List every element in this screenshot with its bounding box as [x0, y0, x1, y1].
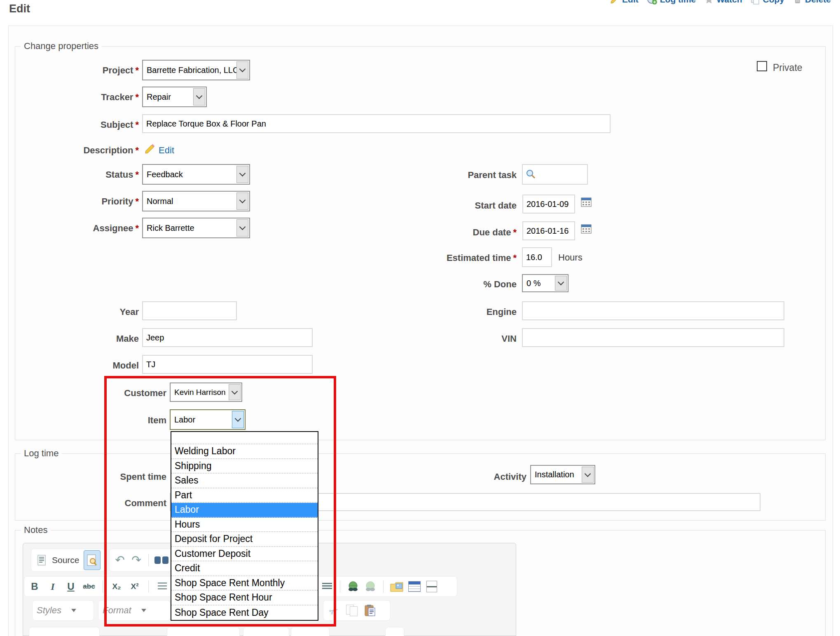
dropdown-option[interactable]: Deposit for Project [171, 532, 318, 547]
estimated-time-input[interactable] [522, 247, 552, 267]
dropdown-option[interactable]: Shop Space Rent Hour [171, 591, 318, 605]
strikethrough-button[interactable]: abc [83, 578, 95, 595]
watch-action-label: Watch [716, 0, 742, 5]
tracker-select[interactable]: Repair [142, 87, 207, 107]
delete-action[interactable]: Delete [793, 0, 831, 5]
change-properties-legend: Change properties [21, 41, 102, 52]
chevron-down-icon[interactable] [236, 166, 248, 183]
caret-down-icon [71, 609, 76, 612]
customer-select[interactable]: Kevin Harrison [170, 383, 242, 402]
copy-doc-icon[interactable] [346, 602, 358, 619]
chevron-down-icon[interactable] [232, 411, 244, 428]
vin-input[interactable] [522, 328, 784, 347]
description-edit-link[interactable]: Edit [159, 145, 174, 156]
dropdown-option[interactable]: Shipping [171, 459, 318, 474]
delete-action-label: Delete [805, 0, 831, 5]
make-input[interactable] [142, 328, 313, 347]
copy-action[interactable]: Copy [750, 0, 784, 5]
format-dropdown[interactable]: Format [98, 600, 171, 621]
dropdown-option[interactable]: Hours [171, 518, 318, 533]
justify-icon[interactable] [321, 578, 333, 595]
dropdown-option[interactable]: Shop Space Rent Monthly [171, 576, 318, 591]
image-icon[interactable] [390, 578, 403, 595]
spent-time-label: Spent time [43, 472, 166, 482]
numbered-list-icon[interactable] [156, 578, 168, 595]
chevron-down-icon[interactable] [582, 467, 594, 483]
editor-group-source: Source [31, 549, 105, 572]
project-select[interactable]: Barrette Fabrication, LLC [142, 60, 250, 80]
dropdown-option[interactable]: Sales [171, 474, 318, 488]
redo-icon[interactable]: ↷ [130, 552, 143, 568]
notes-legend: Notes [21, 525, 51, 535]
parent-task-label: Parent task [393, 170, 517, 181]
log-time-action[interactable]: Log time [647, 0, 696, 5]
private-checkbox[interactable] [757, 61, 767, 71]
dropdown-option[interactable]: Customer Deposit [171, 547, 318, 562]
required-marker: * [135, 223, 139, 233]
required-marker: * [135, 145, 139, 155]
required-marker: * [513, 227, 517, 237]
required-marker: * [513, 253, 517, 263]
format-dropdown-label: Format [103, 605, 131, 616]
subscript-button[interactable]: X₂ [110, 578, 123, 595]
dropdown-option[interactable]: Shop Space Rent Day [171, 605, 318, 620]
subject-input[interactable] [142, 114, 611, 133]
find-icon[interactable] [154, 552, 168, 568]
dropdown-option[interactable] [171, 432, 318, 444]
calendar-icon[interactable] [581, 224, 592, 234]
cut-icon[interactable]: ✂ [324, 600, 344, 621]
due-date-input[interactable] [522, 221, 575, 240]
preview-icon [87, 554, 97, 566]
vin-label: VIN [393, 333, 517, 344]
dropdown-option-selected[interactable]: Labor [171, 503, 318, 518]
toolbar-row4-group [385, 627, 404, 636]
bold-button[interactable]: B [28, 578, 41, 595]
start-date-input[interactable] [522, 195, 575, 214]
model-input[interactable] [142, 355, 313, 374]
caret-down-icon [141, 609, 146, 612]
description-label: Description* [15, 145, 139, 156]
assignee-select[interactable]: Rick Barrette [142, 218, 250, 238]
underline-button[interactable]: U [65, 578, 77, 595]
styles-dropdown[interactable]: Styles [32, 600, 94, 621]
dropdown-option[interactable]: Part [171, 488, 318, 503]
chevron-down-icon[interactable] [229, 384, 241, 400]
italic-button[interactable]: I [47, 578, 59, 595]
done-ratio-select[interactable]: 0 % [522, 274, 569, 292]
engine-input[interactable] [522, 301, 784, 320]
priority-select[interactable]: Normal [142, 191, 250, 211]
engine-label: Engine [393, 307, 517, 317]
tracker-label: Tracker* [15, 92, 139, 103]
edit-action[interactable]: Edit [610, 0, 639, 5]
dropdown-option[interactable]: Credit [171, 561, 318, 576]
styles-dropdown-label: Styles [37, 605, 61, 616]
status-select[interactable]: Feedback [142, 164, 250, 185]
year-input[interactable] [142, 301, 237, 320]
preview-button[interactable] [84, 550, 101, 570]
required-marker: * [135, 120, 139, 130]
calendar-icon[interactable] [581, 197, 592, 207]
chevron-down-icon[interactable] [236, 192, 248, 210]
star-icon [704, 0, 714, 5]
chevron-down-icon[interactable] [236, 219, 248, 237]
horizontal-rule-icon[interactable] [426, 578, 438, 595]
chevron-down-icon[interactable] [555, 276, 567, 291]
parent-task-input[interactable] [522, 164, 588, 185]
watch-action[interactable]: Watch [704, 0, 742, 5]
activity-select[interactable]: Installation [530, 465, 595, 484]
item-select[interactable]: Labor [170, 409, 246, 430]
paste-icon[interactable] [364, 602, 376, 619]
superscript-button[interactable]: X² [129, 578, 141, 595]
dropdown-option[interactable]: Welding Labor [171, 444, 318, 459]
unlink-icon[interactable] [364, 578, 377, 595]
table-icon[interactable] [408, 578, 421, 595]
undo-icon[interactable]: ↶ [114, 552, 126, 568]
log-time-legend: Log time [21, 448, 62, 459]
comment-label: Comment [43, 498, 166, 509]
priority-label: Priority* [15, 196, 139, 207]
link-icon[interactable] [347, 578, 359, 595]
toolbar-row4-group [167, 627, 240, 636]
chevron-down-icon[interactable] [193, 88, 205, 106]
chevron-down-icon[interactable] [236, 61, 248, 79]
source-button[interactable] [35, 552, 48, 568]
